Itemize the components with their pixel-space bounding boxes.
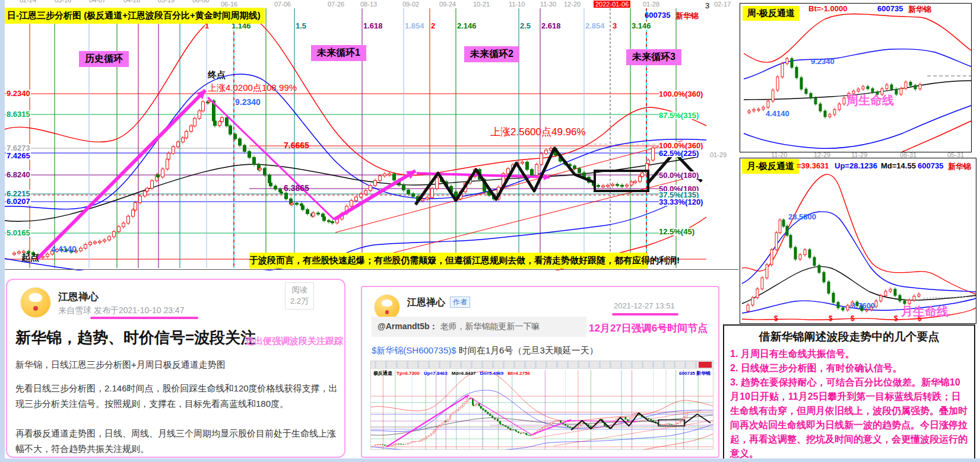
post-left-date-underline [90, 317, 198, 319]
weekly-bt-value: Bt=-1.0000 [808, 4, 847, 13]
mini-header-value: Md=6.8437 [452, 371, 476, 376]
quoted-user[interactable]: @Armandt5b： [378, 321, 438, 331]
key-points-title: 借新华锦阐述波段走势中的几个要点 [730, 329, 968, 345]
page-edge-strip-bottom [0, 458, 980, 462]
page-edge-strip-left [0, 0, 5, 462]
monthly-lifeline-label: 月生命线 [901, 304, 949, 320]
post-left: 江恩禅心 来自雪球 发布于2021-10-10 23:47 阅读 2.2万 新华… [6, 279, 345, 458]
mini-chart-header: 极反通道Tp=6.7300Up=7.8463Md=6.8437Dn=5.4969… [373, 370, 534, 377]
mini-header-value: Up=7.8463 [424, 371, 448, 376]
monthly-title: 月-极反通道 [742, 159, 799, 174]
monthly-stock-name: 新华锦 [948, 161, 971, 172]
post-middle-body-text: 时间在1月6号（元旦3天顺延一天） [456, 345, 598, 355]
weekly-high-label: 9.2340 [811, 57, 835, 66]
post-middle: 江恩禅心作者 2021-12-27 13:51 @Armandt5b： 老师，新… [361, 286, 719, 458]
post-middle-username-text: 江恩禅心 [407, 297, 445, 307]
post-middle-username[interactable]: 江恩禅心作者 [407, 297, 470, 309]
post-left-paragraph-1: 新华锦，日线江恩三步分析图+月周日极反通道走势图 [15, 357, 338, 372]
mini-header-value: Bt=4.2756 [508, 371, 530, 376]
mini-header-value: Tp=6.7300 [397, 371, 420, 376]
read-count-label: 阅读 [290, 285, 309, 296]
weekly-panel [740, 3, 972, 152]
daily-banner-note: 于波段而言，有些股快速起爆；有些股仍需颠簸，但遵循江恩规则去做，看清走势做好跟随… [249, 253, 648, 269]
weekly-low-label: 4.4140 [766, 109, 789, 118]
daily-stock-name: 新华锦 [675, 11, 699, 21]
post-left-title[interactable]: 新华锦，趋势、时价信号=波段关注 [15, 327, 256, 348]
stock-link[interactable]: $新华锦(SH600735)$ [372, 345, 456, 355]
embedded-chart-image[interactable]: 极反通道Tp=6.7300Up=7.8463Md=6.8437Dn=5.4969… [370, 361, 713, 450]
post-middle-body: $新华锦(SH600735)$ 时间在1月6号（元旦3天顺延一天） [372, 343, 711, 358]
pink-note-annotation: 选出便强调波段关注跟踪 [245, 336, 343, 347]
post-left-meta: 来自雪球 发布于2021-10-10 23:47 [58, 305, 184, 316]
daily-chart-bottom-border [5, 269, 738, 270]
weekly-corner-label: 3 [705, 1, 709, 10]
post-left-avatar[interactable] [20, 287, 51, 318]
key-point-1: 1. 月周日有生命线共振信号。 [730, 347, 968, 361]
monthly-low-label: -3.7600 [849, 301, 875, 310]
read-count-value: 2.2万 [290, 296, 309, 307]
quoted-comment: @Armandt5b： 老师，新华锦能更新一下嘛 [372, 317, 586, 337]
daily-chart-canvas [5, 0, 738, 270]
highlight-annotation: 12月27日强调6号时间节点 [589, 321, 708, 335]
key-point-3: 3. 趋势在要保持耐心，可结合百分比位做差。新华锦10月10日开贴，11月25日… [730, 375, 968, 461]
daily-symbol: 600735 [645, 11, 670, 20]
monthly-md-value: Md=14.55 [881, 161, 916, 170]
post-middle-date-underline [612, 313, 678, 316]
post-left-paragraph-3: 再看极反通道走势图，日线、周线、月线三个周期均显示股价目前处于生命线上涨幅不大，… [15, 426, 338, 456]
monthly-symbol: 600735 [918, 161, 943, 170]
mini-chart-canvas [371, 370, 713, 450]
mini-chart-toolbar [371, 361, 713, 369]
daily-chart-title: 日-江恩三步分析图 (极反通道+江恩波段百分比+黄金时间周期线) [3, 8, 265, 24]
key-points-panel: 借新华锦阐述波段走势中的几个要点 1. 月周日有生命线共振信号。 2. 日线做三… [723, 324, 975, 460]
weekly-symbol: 600735 [877, 4, 903, 13]
weekly-title: 周-极反通道 [743, 6, 800, 21]
screenshot-root: 02-2403-1604-0704-2805-1906-0806-1607-06… [0, 0, 980, 462]
post-left-username[interactable]: 江恩禅心 [58, 290, 99, 304]
monthly-high-label: 28.5800 [788, 212, 816, 221]
monthly-panel [740, 158, 976, 324]
weekly-stock-name: 新华锦 [908, 4, 931, 15]
author-badge: 作者 [450, 297, 470, 308]
mini-header-value: 极反通道 [373, 371, 392, 376]
post-left-paragraph-2: 先看日线三步分析图，2.146时间点，股价回踩生命线和120度价格线获得支撑，出… [15, 381, 338, 411]
key-point-2: 2. 日线做三步分析图，有时价确认信号。 [730, 361, 968, 375]
post-middle-date: 2021-12-27 13:51 [614, 301, 675, 310]
post-left-read-count: 阅读 2.2万 [285, 282, 314, 310]
monthly-tp-value: =39.3631 [797, 161, 829, 170]
weekly-lifeline-label: 周生命线 [846, 93, 894, 109]
mini-header-value: Dn=5.4969 [480, 371, 503, 376]
monthly-up-value: Up=28.1236 [835, 161, 877, 170]
quoted-text: 老师，新华锦能更新一下嘛 [438, 321, 540, 331]
mini-chart-symbol: 600735 新华锦 [679, 370, 711, 377]
